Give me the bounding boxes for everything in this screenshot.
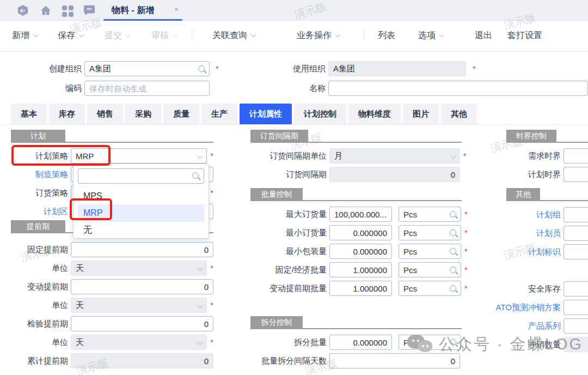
- fixed-lead-unit-select: 天: [71, 261, 207, 276]
- fixed-lead-unit-row: 单位 天 *: [11, 261, 213, 276]
- name-label: 名称: [267, 81, 326, 96]
- toolbar-print-setup-button[interactable]: 套打设置: [507, 30, 542, 41]
- toolbar-save-button[interactable]: 保存: [58, 30, 83, 41]
- name-input[interactable]: [328, 81, 588, 96]
- fixed-batch-unit-lookup[interactable]: Pcs: [399, 262, 461, 277]
- chevron-down-icon: [439, 32, 445, 38]
- insp-lead-label: 检验提前期: [11, 319, 68, 329]
- tab-material-dimension[interactable]: 物料维度: [348, 104, 401, 124]
- tab-plan-control[interactable]: 计划控制: [294, 104, 346, 124]
- apps-grid-icon[interactable]: [62, 5, 75, 17]
- min-order-input[interactable]: 0.000000: [329, 225, 392, 240]
- split-batch-row: 拆分批量 0.000000 Pcs *: [250, 335, 468, 350]
- tab-inventory[interactable]: 库存: [49, 104, 85, 124]
- interval-unit-select: 月: [329, 148, 460, 164]
- section-plan: 计划: [11, 130, 65, 143]
- required-marker: *: [210, 148, 213, 164]
- plan-area-label[interactable]: 计划区: [11, 207, 68, 217]
- search-icon[interactable]: [450, 267, 456, 273]
- search-icon[interactable]: [450, 285, 456, 292]
- fixed-batch-row: 固定/经济批量 1.000000 Pcs *: [250, 262, 468, 277]
- plan-mark-field[interactable]: [564, 244, 588, 259]
- toolbar-list-button[interactable]: 列表: [378, 30, 395, 41]
- tab-basic[interactable]: 基本: [11, 104, 47, 124]
- split-batch-unit-lookup[interactable]: Pcs: [399, 335, 461, 350]
- dropdown-search-input[interactable]: [78, 168, 204, 184]
- split-days-input[interactable]: 0: [329, 353, 460, 368]
- var-lead-batch-unit-lookup[interactable]: Pcs: [399, 281, 461, 296]
- tab-sales[interactable]: 销售: [87, 104, 123, 124]
- sync-logo-icon[interactable]: [16, 4, 29, 16]
- safety-stock-label: 安全库存: [506, 284, 561, 294]
- required-marker: *: [464, 207, 468, 222]
- tab-close-icon[interactable]: ×: [174, 5, 179, 14]
- toolbar-audit-button: 审核: [151, 30, 177, 41]
- min-pack-unit-lookup[interactable]: Pcs: [399, 244, 461, 259]
- plan-mark-label[interactable]: 计划标识: [506, 247, 561, 257]
- home-icon[interactable]: [39, 4, 52, 16]
- toolbar-new-button[interactable]: 新增: [12, 30, 38, 41]
- demand-fence-input[interactable]: [564, 148, 588, 164]
- toolbar-options-button[interactable]: 选项: [418, 30, 444, 41]
- var-lead-input[interactable]: 0: [71, 279, 213, 294]
- tab-purchase[interactable]: 采购: [125, 104, 161, 124]
- unit-value: Pcs: [403, 247, 417, 256]
- toolbar-business-op-button[interactable]: 业务操作: [297, 30, 340, 41]
- mfg-strategy-label[interactable]: 制造策略: [11, 170, 68, 180]
- insp-lead-input[interactable]: 0: [71, 316, 213, 331]
- search-icon[interactable]: [450, 339, 456, 346]
- max-order-unit-lookup[interactable]: Pcs: [399, 207, 461, 222]
- search-icon[interactable]: [450, 211, 456, 217]
- search-icon[interactable]: [198, 65, 205, 72]
- plan-group-label[interactable]: 计划组: [506, 210, 561, 220]
- safety-stock-input[interactable]: [564, 281, 588, 297]
- chevron-down-icon: [198, 340, 203, 345]
- tab-plan-attributes[interactable]: 计划属性: [240, 104, 292, 124]
- tabs-bottom-line: [0, 124, 588, 125]
- use-org-value: A集团: [333, 64, 355, 74]
- tab-title[interactable]: 物料 - 新增: [112, 5, 154, 16]
- chevron-down-icon: [173, 32, 178, 38]
- unit-value: 天: [76, 263, 84, 274]
- toolbar-related-query-button[interactable]: 关联查询: [212, 30, 255, 41]
- unit-label: 单位: [11, 300, 68, 311]
- toolbar-exit-button[interactable]: 退出: [475, 30, 492, 41]
- planner-label[interactable]: 计划员: [506, 228, 561, 239]
- product-series-label[interactable]: 产品系列: [506, 321, 561, 331]
- fixed-lead-input[interactable]: 0: [71, 242, 213, 257]
- max-order-input[interactable]: 100,000.000...: [329, 207, 392, 222]
- dropdown-option-mrp[interactable]: MRP: [78, 204, 204, 222]
- message-icon[interactable]: [83, 4, 96, 16]
- min-pack-input[interactable]: 0.000000: [329, 244, 392, 259]
- min-order-row: 最小订货量 0.000000 Pcs *: [250, 225, 468, 240]
- var-lead-batch-row: 变动提前期批量 1.000000 Pcs *: [250, 281, 468, 296]
- toolbar-submit-button: 提交: [105, 30, 130, 41]
- plan-strategy-select[interactable]: MRP: [71, 148, 207, 164]
- min-pack-row: 最小包装量 0.000000 Pcs *: [250, 244, 468, 259]
- dropdown-option-none[interactable]: 无: [78, 222, 204, 238]
- plan-fence-input[interactable]: [564, 167, 588, 182]
- code-input[interactable]: [84, 81, 210, 96]
- tab-production[interactable]: 生产: [201, 104, 237, 124]
- plan-group-field[interactable]: [564, 207, 588, 222]
- create-org-label: 创建组织: [19, 61, 82, 76]
- var-lead-unit-select: 天: [71, 298, 207, 313]
- fixed-batch-input[interactable]: 1.000000: [329, 262, 392, 277]
- tab-other[interactable]: 其他: [441, 104, 477, 124]
- dropdown-option-mps[interactable]: MPS: [78, 188, 204, 204]
- planner-field[interactable]: [564, 226, 588, 241]
- var-lead-batch-input[interactable]: 1.000000: [329, 281, 392, 296]
- create-org-field[interactable]: A集团: [84, 61, 210, 76]
- ato-plan-field[interactable]: [564, 300, 588, 315]
- min-order-unit-lookup[interactable]: Pcs: [399, 225, 461, 240]
- ato-plan-label[interactable]: ATO预测冲销方案: [482, 303, 561, 313]
- product-series-field[interactable]: [564, 318, 588, 334]
- search-icon[interactable]: [450, 229, 456, 236]
- use-org-field: A集团: [328, 61, 466, 76]
- search-icon[interactable]: [450, 248, 456, 255]
- tab-quality[interactable]: 质量: [163, 104, 199, 124]
- min-pack-label: 最小包装量: [250, 246, 327, 257]
- split-batch-input[interactable]: 0.000000: [329, 335, 392, 350]
- tab-picture[interactable]: 图片: [403, 104, 439, 124]
- fixed-lead-label: 固定提前期: [11, 245, 68, 255]
